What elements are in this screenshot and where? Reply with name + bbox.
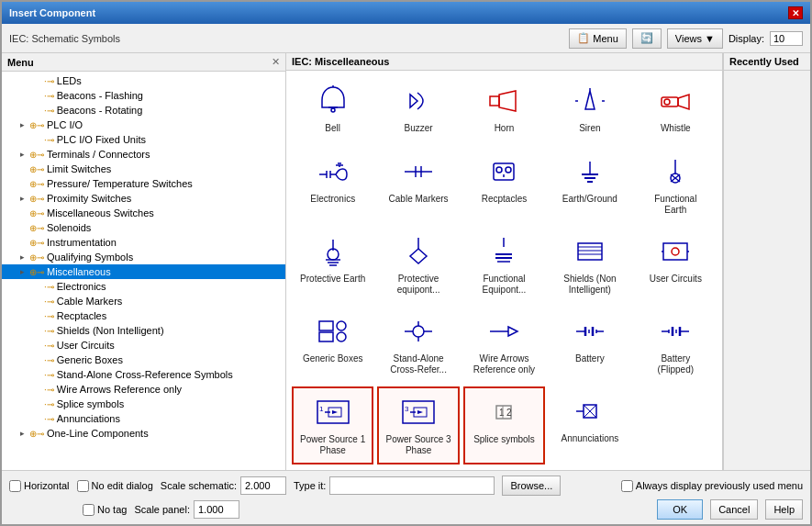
cancel-button[interactable]: Cancel [710, 499, 758, 520]
tree-node-icon: ⊕⊸ [29, 208, 44, 218]
symbol-cell-battery-flipped[interactable]: Battery (Flipped) [635, 307, 717, 383]
symbol-cell-horn[interactable]: Horn [463, 76, 545, 143]
symbol-cell-siren[interactable]: Siren [549, 76, 630, 143]
tree-item-label: User Circuits [57, 340, 115, 351]
symbol-cell-wire-arrows[interactable]: Wire Arrows Reference only [463, 307, 545, 383]
help-button[interactable]: Help [765, 499, 803, 520]
toolbar-right: 📋 Menu 🔄 Views ▼ Display: [569, 28, 803, 49]
symbol-cell-receptacles[interactable]: Recptacles [463, 147, 545, 223]
tree-node-icon: ·⊸ [44, 297, 54, 307]
tree-item-wire-arrows[interactable]: ·⊸Wire Arrows Reference only [2, 382, 285, 397]
tree-item-beacons-flash[interactable]: ·⊸Beacons - Flashing [2, 88, 285, 103]
tree-item-label: Miscellaneous [47, 266, 111, 277]
receptacles-icon [480, 151, 528, 192]
ok-button[interactable]: OK [657, 499, 703, 520]
tree-item-plc-io-fixed[interactable]: ·⊸PLC I/O Fixed Units [2, 132, 285, 147]
tree-item-misc-switches[interactable]: ⊕⊸Miscellaneous Switches [2, 206, 285, 220]
menu-button[interactable]: 📋 Menu [569, 28, 627, 49]
symbol-cell-cable-markers[interactable]: Cable Markers [377, 147, 459, 223]
no-edit-check[interactable] [77, 480, 89, 492]
symbol-cell-functional-earth[interactable]: Functional Earth [635, 147, 717, 223]
scale-schematic-input[interactable] [240, 476, 286, 495]
tree-item-shields[interactable]: ·⊸Shields (Non Intelligent) [2, 323, 285, 338]
no-tag-check[interactable] [83, 504, 95, 516]
window-title: Insert Component [9, 7, 95, 18]
symbol-cell-power-source-1[interactable]: 1Power Source 1 Phase [292, 386, 373, 464]
symbol-cell-user-circuits[interactable]: User Circuits [635, 227, 717, 303]
tree-item-leds[interactable]: ·⊸LEDs [2, 73, 285, 88]
type-it-input[interactable] [329, 476, 495, 495]
power-source-3-icon: 3 [395, 392, 442, 432]
tree-item-pressure[interactable]: ⊕⊸Pressure/ Temperature Switches [2, 176, 285, 191]
symbol-cell-splice-symbols[interactable]: 12Splice symbols [463, 386, 545, 464]
tree-item-annunciations[interactable]: ·⊸Annunciations [2, 411, 285, 426]
svg-text:1: 1 [319, 405, 324, 413]
no-tag-checkbox[interactable]: No tag [83, 504, 127, 516]
tree-node-icon: ·⊸ [44, 341, 54, 351]
symbol-cell-power-source-3[interactable]: 3Power Source 3 Phase [377, 386, 459, 464]
earth-ground-label: Earth/Ground [562, 194, 617, 205]
tree-item-one-line[interactable]: ▸⊕⊸One-Line Components [2, 426, 285, 441]
close-button[interactable]: ✕ [788, 6, 803, 19]
tree-item-instrumentation[interactable]: ⊕⊸Instrumentation [2, 235, 285, 250]
tree-item-electronics[interactable]: ·⊸Electronics [2, 279, 285, 294]
tree-node-icon: ·⊸ [44, 355, 54, 365]
tree-item-stand-alone[interactable]: ·⊸Stand-Alone Cross-Reference Symbols [2, 367, 285, 382]
protective-earth-icon [309, 231, 357, 272]
refresh-button[interactable]: 🔄 [632, 28, 662, 49]
wire-arrows-icon [480, 311, 528, 352]
scale-panel-input[interactable] [194, 500, 239, 519]
horizontal-checkbox[interactable]: Horizontal [9, 480, 70, 492]
always-display-checkbox[interactable]: Always display previously used menu [621, 480, 803, 492]
tree-item-proximity[interactable]: ▸⊕⊸Proximity Switches [2, 191, 285, 206]
tree-node-icon: ·⊸ [44, 91, 54, 101]
tree-item-receptacles[interactable]: ·⊸Recptacles [2, 308, 285, 323]
tree-item-limit-switches[interactable]: ⊕⊸Limit Switches [2, 162, 285, 176]
right-panel: Recently Used [723, 53, 810, 470]
tree-item-solenoids[interactable]: ⊕⊸Solenoids [2, 220, 285, 235]
symbol-cell-whistle[interactable]: Whistle [635, 76, 717, 143]
symbol-cell-shields[interactable]: Shields (Non Intelligent) [549, 227, 630, 303]
tree-item-terminals[interactable]: ▸⊕⊸Terminals / Connectors [2, 147, 285, 162]
tree-item-generic-boxes[interactable]: ·⊸Generic Boxes [2, 353, 285, 367]
tree-item-qualifying[interactable]: ▸⊕⊸Qualifying Symbols [2, 250, 285, 264]
symbol-cell-protective-equip[interactable]: Protective equipont... [377, 227, 459, 303]
tree-node-icon: ·⊸ [44, 385, 54, 395]
svg-point-47 [337, 321, 346, 330]
symbol-cell-bell[interactable]: Bell [292, 76, 373, 143]
symbol-cell-earth-ground[interactable]: Earth/Ground [549, 147, 630, 223]
symbol-cell-generic-boxes[interactable]: Generic Boxes [292, 307, 373, 383]
symbol-cell-annunciations[interactable]: Annunciations [549, 386, 630, 464]
horizontal-check[interactable] [9, 480, 21, 492]
tree-item-miscellaneous[interactable]: ▸⊕⊸Miscellaneous [2, 264, 285, 279]
display-label: Display: [729, 33, 764, 44]
svg-point-49 [413, 326, 424, 337]
symbol-cell-buzzer[interactable]: Buzzer [377, 76, 459, 143]
tree-item-beacons-rotate[interactable]: ·⊸Beacons - Rotating [2, 103, 285, 118]
browse-button[interactable]: Browse... [502, 476, 561, 496]
tree-item-user-circuits[interactable]: ·⊸User Circuits [2, 338, 285, 353]
tree-item-plc-io[interactable]: ▸⊕⊸PLC I/O [2, 118, 285, 132]
bottom-row-1: Horizontal No edit dialog Scale schemati… [9, 476, 803, 496]
tree-node-icon: ·⊸ [44, 399, 54, 409]
views-button[interactable]: Views ▼ [667, 28, 723, 49]
svg-point-17 [506, 167, 511, 173]
stand-alone-icon [395, 311, 442, 352]
left-panel-close[interactable]: ✕ [272, 56, 280, 68]
generic-boxes-icon [309, 311, 357, 352]
symbol-cell-protective-earth[interactable]: Protective Earth [292, 227, 373, 303]
functional-equip-icon [480, 231, 528, 272]
always-display-check[interactable] [621, 480, 633, 492]
tree-arrow-icon: ▸ [20, 150, 29, 159]
symbol-cell-functional-equip[interactable]: Functional Equipont... [463, 227, 545, 303]
tree-item-cable-markers[interactable]: ·⊸Cable Markers [2, 294, 285, 308]
symbol-cell-battery[interactable]: Battery [549, 307, 630, 383]
no-edit-checkbox[interactable]: No edit dialog [77, 480, 153, 492]
tree-item-splice[interactable]: ·⊸Splice symbols [2, 397, 285, 411]
symbol-cell-stand-alone[interactable]: Stand-Alone Cross-Refer... [377, 307, 459, 383]
right-panel-title: Recently Used [729, 56, 799, 67]
symbol-cell-electronics[interactable]: Electronics [292, 147, 373, 223]
display-input[interactable] [770, 31, 803, 46]
battery-label: Battery [575, 353, 605, 364]
bottom-bar: Horizontal No edit dialog Scale schemati… [2, 470, 810, 524]
